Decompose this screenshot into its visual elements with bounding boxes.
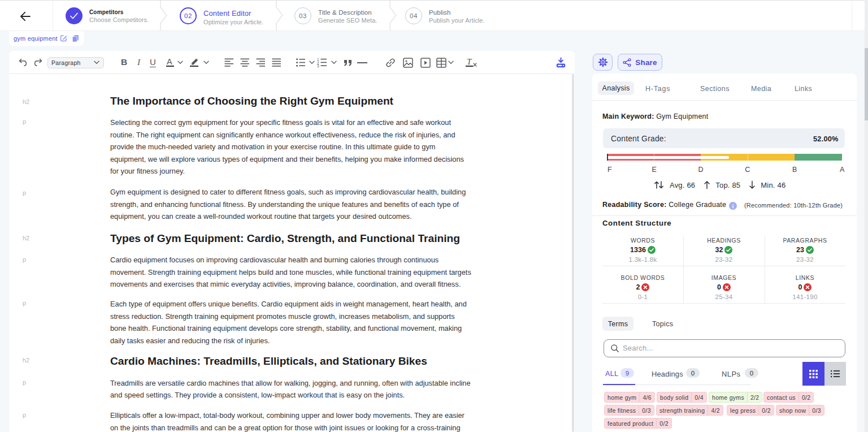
svg-text:3: 3 xyxy=(317,64,319,67)
